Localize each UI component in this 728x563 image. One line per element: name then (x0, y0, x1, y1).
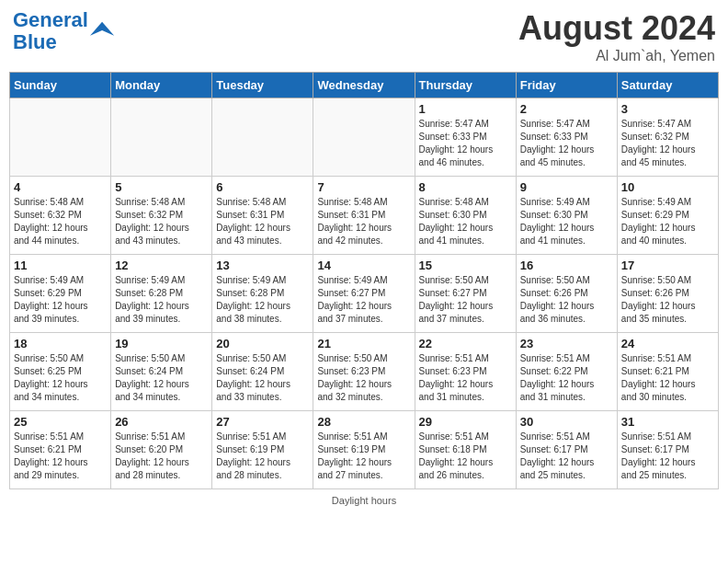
day-number: 5 (115, 180, 208, 194)
day-info: Sunrise: 5:50 AM Sunset: 6:25 PM Dayligh… (14, 352, 107, 404)
calendar-week-3: 11Sunrise: 5:49 AM Sunset: 6:29 PM Dayli… (10, 255, 719, 333)
calendar-day (10, 98, 111, 177)
day-info: Sunrise: 5:48 AM Sunset: 6:31 PM Dayligh… (216, 196, 309, 247)
day-number: 21 (317, 337, 410, 350)
calendar-day: 24Sunrise: 5:51 AM Sunset: 6:21 PM Dayli… (617, 333, 718, 411)
calendar-day: 10Sunrise: 5:49 AM Sunset: 6:29 PM Dayli… (617, 177, 718, 255)
calendar-day: 31Sunrise: 5:51 AM Sunset: 6:17 PM Dayli… (617, 411, 718, 489)
calendar-day (111, 98, 212, 177)
calendar-day: 26Sunrise: 5:51 AM Sunset: 6:20 PM Dayli… (111, 411, 212, 489)
day-number: 7 (317, 180, 410, 194)
logo: General Blue (13, 9, 116, 53)
calendar-header-wednesday: Wednesday (313, 73, 415, 98)
day-number: 12 (115, 259, 208, 272)
page-header: General Blue August 2024 Al Jum`ah, Yeme… (9, 9, 719, 64)
svg-marker-0 (90, 22, 114, 36)
calendar-day: 1Sunrise: 5:47 AM Sunset: 6:33 PM Daylig… (415, 98, 516, 177)
calendar-day (212, 98, 313, 177)
calendar-day: 20Sunrise: 5:50 AM Sunset: 6:24 PM Dayli… (212, 333, 313, 411)
day-number: 2 (520, 102, 613, 116)
day-info: Sunrise: 5:51 AM Sunset: 6:23 PM Dayligh… (419, 352, 512, 404)
day-info: Sunrise: 5:50 AM Sunset: 6:23 PM Dayligh… (317, 352, 410, 404)
day-number: 28 (317, 415, 410, 429)
day-number: 23 (520, 337, 613, 350)
day-number: 8 (419, 180, 512, 194)
day-number: 26 (115, 415, 208, 429)
day-info: Sunrise: 5:50 AM Sunset: 6:26 PM Dayligh… (520, 274, 613, 326)
month-title: August 2024 (518, 9, 715, 48)
day-info: Sunrise: 5:49 AM Sunset: 6:29 PM Dayligh… (621, 196, 714, 247)
calendar-day: 27Sunrise: 5:51 AM Sunset: 6:19 PM Dayli… (212, 411, 313, 489)
day-info: Sunrise: 5:51 AM Sunset: 6:21 PM Dayligh… (14, 431, 107, 482)
title-block: August 2024 Al Jum`ah, Yemen (518, 9, 715, 64)
day-number: 15 (419, 259, 512, 272)
day-number: 19 (115, 337, 208, 350)
calendar-day: 5Sunrise: 5:48 AM Sunset: 6:32 PM Daylig… (111, 177, 212, 255)
calendar-week-4: 18Sunrise: 5:50 AM Sunset: 6:25 PM Dayli… (10, 333, 719, 411)
day-number: 14 (317, 259, 410, 272)
day-info: Sunrise: 5:51 AM Sunset: 6:19 PM Dayligh… (216, 431, 309, 482)
day-number: 16 (520, 259, 613, 272)
day-info: Sunrise: 5:48 AM Sunset: 6:31 PM Dayligh… (317, 196, 410, 247)
day-info: Sunrise: 5:50 AM Sunset: 6:26 PM Dayligh… (621, 274, 714, 326)
calendar-day: 15Sunrise: 5:50 AM Sunset: 6:27 PM Dayli… (415, 255, 516, 333)
calendar-header-saturday: Saturday (617, 73, 718, 98)
location-title: Al Jum`ah, Yemen (518, 48, 715, 64)
calendar-day: 2Sunrise: 5:47 AM Sunset: 6:33 PM Daylig… (516, 98, 617, 177)
day-number: 9 (520, 180, 613, 194)
calendar-day: 21Sunrise: 5:50 AM Sunset: 6:23 PM Dayli… (313, 333, 415, 411)
calendar-header-monday: Monday (111, 73, 212, 98)
day-info: Sunrise: 5:48 AM Sunset: 6:30 PM Dayligh… (419, 196, 512, 247)
calendar-day: 12Sunrise: 5:49 AM Sunset: 6:28 PM Dayli… (111, 255, 212, 333)
day-info: Sunrise: 5:49 AM Sunset: 6:30 PM Dayligh… (520, 196, 613, 247)
day-number: 25 (14, 415, 107, 429)
day-number: 29 (419, 415, 512, 429)
day-info: Sunrise: 5:49 AM Sunset: 6:29 PM Dayligh… (14, 274, 107, 326)
calendar-day: 8Sunrise: 5:48 AM Sunset: 6:30 PM Daylig… (415, 177, 516, 255)
day-info: Sunrise: 5:51 AM Sunset: 6:17 PM Dayligh… (520, 431, 613, 482)
day-info: Sunrise: 5:47 AM Sunset: 6:33 PM Dayligh… (419, 118, 512, 169)
day-number: 6 (216, 180, 309, 194)
calendar-header-tuesday: Tuesday (212, 73, 313, 98)
calendar-table: SundayMondayTuesdayWednesdayThursdayFrid… (9, 72, 719, 489)
day-number: 4 (14, 180, 107, 194)
day-info: Sunrise: 5:51 AM Sunset: 6:17 PM Dayligh… (621, 431, 714, 482)
day-number: 10 (621, 180, 714, 194)
logo-icon (90, 18, 116, 44)
calendar-day: 30Sunrise: 5:51 AM Sunset: 6:17 PM Dayli… (516, 411, 617, 489)
calendar-day: 17Sunrise: 5:50 AM Sunset: 6:26 PM Dayli… (617, 255, 718, 333)
calendar-day: 4Sunrise: 5:48 AM Sunset: 6:32 PM Daylig… (10, 177, 111, 255)
day-info: Sunrise: 5:50 AM Sunset: 6:27 PM Dayligh… (419, 274, 512, 326)
day-info: Sunrise: 5:49 AM Sunset: 6:27 PM Dayligh… (317, 274, 410, 326)
logo-text: General Blue (13, 9, 88, 53)
day-info: Sunrise: 5:49 AM Sunset: 6:28 PM Dayligh… (115, 274, 208, 326)
day-info: Sunrise: 5:51 AM Sunset: 6:20 PM Dayligh… (115, 431, 208, 482)
day-number: 18 (14, 337, 107, 350)
calendar-day: 28Sunrise: 5:51 AM Sunset: 6:19 PM Dayli… (313, 411, 415, 489)
calendar-week-5: 25Sunrise: 5:51 AM Sunset: 6:21 PM Dayli… (10, 411, 719, 489)
day-number: 30 (520, 415, 613, 429)
calendar-day (313, 98, 415, 177)
calendar-day: 14Sunrise: 5:49 AM Sunset: 6:27 PM Dayli… (313, 255, 415, 333)
footer-note: Daylight hours (9, 495, 719, 506)
day-number: 27 (216, 415, 309, 429)
calendar-day: 7Sunrise: 5:48 AM Sunset: 6:31 PM Daylig… (313, 177, 415, 255)
day-info: Sunrise: 5:51 AM Sunset: 6:18 PM Dayligh… (419, 431, 512, 482)
day-info: Sunrise: 5:48 AM Sunset: 6:32 PM Dayligh… (14, 196, 107, 247)
calendar-day: 22Sunrise: 5:51 AM Sunset: 6:23 PM Dayli… (415, 333, 516, 411)
day-number: 11 (14, 259, 107, 272)
calendar-day: 9Sunrise: 5:49 AM Sunset: 6:30 PM Daylig… (516, 177, 617, 255)
calendar-day: 25Sunrise: 5:51 AM Sunset: 6:21 PM Dayli… (10, 411, 111, 489)
calendar-header-thursday: Thursday (415, 73, 516, 98)
day-info: Sunrise: 5:50 AM Sunset: 6:24 PM Dayligh… (115, 352, 208, 404)
calendar-day: 23Sunrise: 5:51 AM Sunset: 6:22 PM Dayli… (516, 333, 617, 411)
calendar-day: 6Sunrise: 5:48 AM Sunset: 6:31 PM Daylig… (212, 177, 313, 255)
day-info: Sunrise: 5:51 AM Sunset: 6:19 PM Dayligh… (317, 431, 410, 482)
calendar-day: 19Sunrise: 5:50 AM Sunset: 6:24 PM Dayli… (111, 333, 212, 411)
day-info: Sunrise: 5:51 AM Sunset: 6:21 PM Dayligh… (621, 352, 714, 404)
calendar-day: 16Sunrise: 5:50 AM Sunset: 6:26 PM Dayli… (516, 255, 617, 333)
day-number: 1 (419, 102, 512, 116)
calendar-day: 3Sunrise: 5:47 AM Sunset: 6:32 PM Daylig… (617, 98, 718, 177)
day-number: 31 (621, 415, 714, 429)
day-number: 24 (621, 337, 714, 350)
